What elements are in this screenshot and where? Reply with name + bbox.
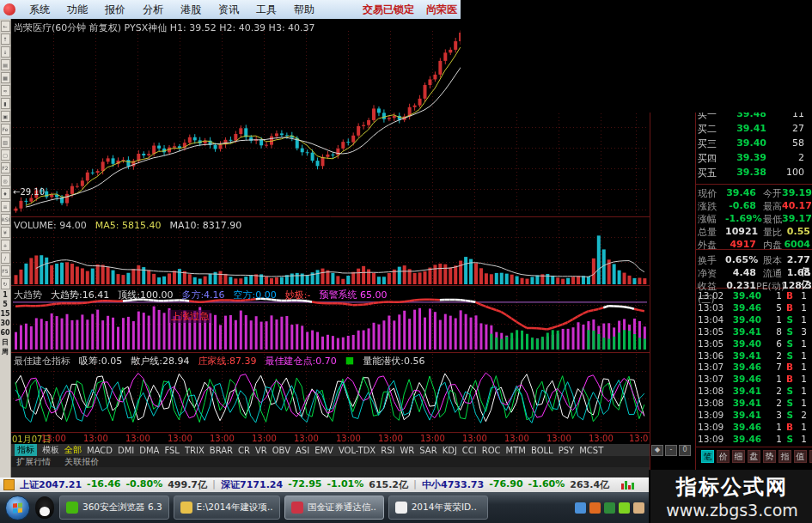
left-toolbar-icon-6[interactable]: ▮ <box>1 98 10 109</box>
tray-icon-2[interactable] <box>604 502 615 514</box>
left-toolbar-icon-9[interactable]: ▥ <box>1 137 10 148</box>
pager-button-1[interactable]: - <box>665 445 677 456</box>
tab-KDJ[interactable]: KDJ <box>443 446 457 455</box>
menu-item-功能[interactable]: 功能 <box>58 3 96 17</box>
quote-tab-指[interactable]: 指 <box>778 450 791 463</box>
tab-RSI[interactable]: RSI <box>381 446 394 455</box>
tab-VR[interactable]: VR <box>255 446 267 455</box>
info-label: 涨跌 <box>698 200 725 213</box>
menu-item-帮助[interactable]: 帮助 <box>285 3 323 17</box>
left-toolbar-icon-7[interactable]: ▣ <box>1 111 10 122</box>
period-button-5[interactable]: 5 <box>3 301 8 308</box>
left-toolbar-icon-20[interactable]: ↻ <box>1 278 10 289</box>
subtab-扩展行情[interactable]: 扩展行情 <box>16 456 51 468</box>
menu-item-报价[interactable]: 报价 <box>96 3 134 17</box>
menu-item-系统[interactable]: 系统 <box>21 3 58 17</box>
left-toolbar-icon-10[interactable]: ▢ <box>1 149 10 161</box>
horizontal-scroll-area[interactable] <box>11 467 650 477</box>
left-toolbar-icon-18[interactable]: / <box>1 252 10 264</box>
menu-item-分析[interactable]: 分析 <box>134 3 172 17</box>
status-segment: -76.90 <box>489 478 522 491</box>
tab-ASI[interactable]: ASI <box>296 446 309 455</box>
status-bar-icon[interactable] <box>3 479 15 490</box>
period-button-30[interactable]: 30 <box>0 319 9 327</box>
tab-MTM[interactable]: MTM <box>506 446 526 455</box>
tab-BRAR[interactable]: BRAR <box>210 446 233 455</box>
tab-template[interactable]: 模板 <box>42 444 59 456</box>
tab-SAR[interactable]: SAR <box>419 446 437 455</box>
watermark-title: 指标公式网 <box>676 473 788 501</box>
tab-indicator[interactable]: 指标 <box>15 444 37 456</box>
tab-FSL[interactable]: FSL <box>164 446 180 455</box>
tab-BOLL[interactable]: BOLL <box>531 446 553 455</box>
left-toolbar-icon-15[interactable]: RSI <box>1 214 10 225</box>
tab-DMI[interactable]: DMI <box>118 446 134 455</box>
left-toolbar-icon-2[interactable]: ↓ <box>1 46 10 58</box>
tab-VOL-TDX[interactable]: VOL-TDX <box>339 446 375 455</box>
left-toolbar-icon-1[interactable]: ↑ <box>1 33 10 45</box>
tab-MCST[interactable]: MCST <box>579 446 603 455</box>
tray-icon-4[interactable] <box>633 502 644 514</box>
quote-tab-值[interactable]: 值 <box>794 450 807 463</box>
pager-button-2[interactable]: 0 <box>679 445 691 456</box>
tab-DMA[interactable]: DMA <box>139 446 159 455</box>
quote-tab-盘[interactable]: 盘 <box>748 450 760 463</box>
status-segment: 263.4亿 <box>570 478 609 491</box>
period-button-60[interactable]: 60 <box>0 329 9 337</box>
tab-all[interactable]: 全部 <box>64 444 82 456</box>
left-toolbar-icon-4[interactable]: ▦ <box>1 72 10 83</box>
tick-price: 39.41 <box>727 326 761 337</box>
tray-icon-0[interactable] <box>575 502 586 514</box>
bid-price: 39.38 <box>725 167 766 179</box>
info-value: 10921 <box>725 226 756 239</box>
tab-ROC[interactable]: ROC <box>482 446 501 455</box>
pager-button-0[interactable]: ◆ <box>651 445 663 456</box>
period-button-15[interactable]: 15 <box>0 310 9 318</box>
tab-CCI[interactable]: CCI <box>462 446 477 455</box>
tab-OBV[interactable]: OBV <box>272 446 290 455</box>
menu-item-港股[interactable]: 港股 <box>172 3 210 17</box>
left-toolbar-icon-14[interactable]: ≡ <box>1 201 10 212</box>
menu-item-资讯[interactable]: 资讯 <box>210 3 247 17</box>
subtab-关联报价[interactable]: 关联报价 <box>64 456 99 468</box>
left-toolbar-icon-3[interactable]: ▤ <box>1 59 10 70</box>
period-button-周[interactable]: 周 <box>2 348 9 356</box>
left-toolbar-icon-12[interactable]: ◎ <box>1 175 10 186</box>
info-row-现价: 现价39.46今开39.19 <box>698 187 810 200</box>
menu-item-工具[interactable]: 工具 <box>247 3 285 17</box>
info-row-涨跌: 涨跌-0.68最高40.17 <box>698 200 810 213</box>
quote-tab-势[interactable]: 势 <box>763 450 776 463</box>
qq-penguin-icon[interactable] <box>35 496 54 519</box>
tick-lots: 1 <box>761 290 782 301</box>
quote-tab-笔[interactable]: 笔 <box>701 450 714 463</box>
tab-TRIX[interactable]: TRIX <box>185 446 205 455</box>
start-button[interactable] <box>5 496 30 520</box>
left-toolbar-icon-17[interactable]: + <box>1 240 10 251</box>
tray-icon-3[interactable] <box>619 502 630 514</box>
tab-WR[interactable]: WR <box>400 446 414 455</box>
period-button-1[interactable]: 1 <box>3 291 8 299</box>
left-toolbar-icon-19[interactable]: F5 <box>1 265 10 277</box>
tab-PSY[interactable]: PSY <box>559 446 575 455</box>
task-button-2[interactable]: 国金证券通达信.. <box>284 496 384 520</box>
quote-tab-价[interactable]: 价 <box>717 450 730 463</box>
left-toolbar-icon-13[interactable]: ♦ <box>1 188 10 199</box>
tab-CR[interactable]: CR <box>238 446 250 455</box>
left-toolbar-icon-0[interactable]: ← <box>1 21 10 32</box>
quote-tab-细[interactable]: 细 <box>732 450 745 463</box>
tray-icon-1[interactable] <box>589 502 601 514</box>
left-toolbar-icon-16[interactable]: ¥ <box>1 227 10 238</box>
task-button-3[interactable]: 2014年黄荣ID.. <box>388 496 488 520</box>
left-toolbar-icon-11[interactable]: F2 <box>1 162 10 173</box>
tab-EMV[interactable]: EMV <box>314 446 333 455</box>
period-button-日[interactable]: 日 <box>2 338 9 346</box>
trade-locked-label[interactable]: 交易已锁定 <box>363 3 414 17</box>
header-token-4: 空方:0.00 <box>234 289 277 301</box>
task-button-1[interactable]: E:\2014年建设项.. <box>174 496 280 520</box>
tab-MACD[interactable]: MACD <box>87 446 113 455</box>
left-toolbar-icon-8[interactable]: Fe <box>1 124 10 135</box>
mini-chart-icon[interactable] <box>621 480 634 490</box>
task-button-0[interactable]: 360安全浏览器 6.3 <box>59 496 169 520</box>
volume-header: VOLUME: 94.00MA5: 5815.40MA10: 8317.90 <box>14 220 241 231</box>
left-toolbar-icon-5[interactable]: ≈ <box>1 85 10 96</box>
